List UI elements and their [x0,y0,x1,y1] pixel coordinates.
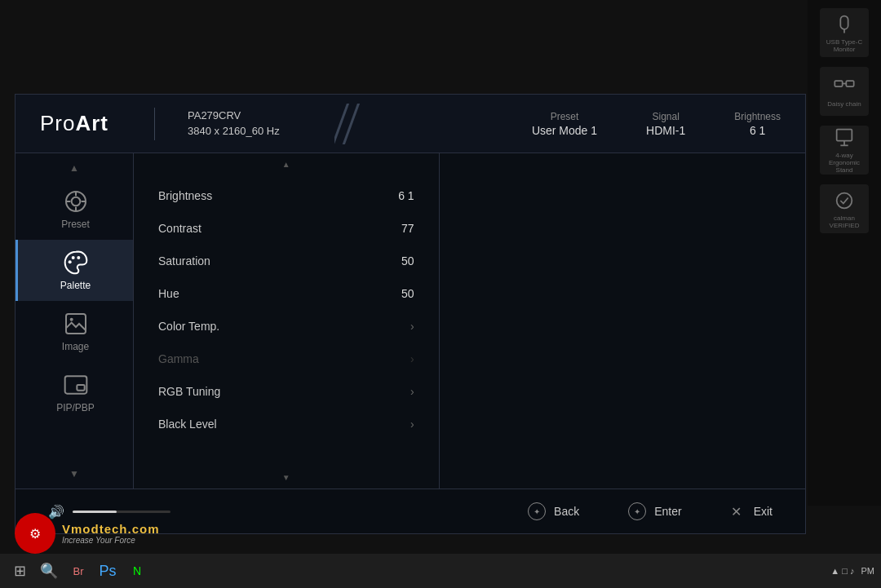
search-taskbar-icon[interactable]: 🔍 [36,558,62,584]
color-temp-label: Color Temp. [158,320,219,333]
menu-item-brightness[interactable]: Brightness 6 1 [134,179,439,212]
menu-item-color-temp[interactable]: Color Temp. › [134,310,439,343]
watermark: ⚙ Vmodtech.com Increase Your Force [15,513,160,554]
sidebar-item-preset[interactable]: Preset [15,179,133,240]
ergo-stand-icon: 4-way Ergonomic Stand [820,126,869,175]
exit-label: Exit [754,505,773,518]
svg-rect-3 [846,81,853,86]
svg-rect-0 [840,15,848,29]
hue-label: Hue [158,287,179,300]
menu-items-list: Brightness 6 1 Contrast 77 Saturation 50… [134,175,439,444]
menu-scroll-down[interactable]: ▼ [134,466,439,489]
svg-point-17 [77,256,80,259]
sidebar-item-pip-pbp[interactable]: PIP/PBP [15,362,133,423]
black-level-arrow: › [410,418,414,431]
palette-icon [63,250,89,276]
watermark-title: Vmodtech.com [62,522,160,536]
start-icon[interactable]: ⊞ [7,558,33,584]
enter-label: Enter [654,505,681,518]
svg-point-16 [71,256,74,259]
svg-rect-2 [835,81,842,86]
enter-icon: ✦ [628,502,646,520]
preset-icon [63,188,89,214]
sidebar-scroll-up[interactable]: ▲ [64,157,84,179]
sidebar-item-palette[interactable]: Palette [15,240,133,301]
main-menu-content: ▲ Brightness 6 1 Contrast 77 Saturation … [134,153,440,489]
preset-stat: Preset User Mode 1 [532,111,597,137]
menu-item-gamma[interactable]: Gamma › [134,343,439,375]
gamma-label: Gamma [158,352,199,365]
back-control[interactable]: ✦ Back [528,502,579,520]
taskbar-right: ▲ □ ♪ PM [830,566,874,576]
watermark-subtitle: Increase Your Force [62,536,160,545]
saturation-label: Saturation [158,254,210,267]
svg-point-8 [837,192,852,208]
pip-pbp-icon [63,372,89,398]
taskbar-icon-1[interactable]: Br [65,558,91,584]
taskbar-pm: PM [861,566,875,576]
diagonal-decoration [334,104,375,144]
calman-icon: calman VERIFIED [820,184,869,233]
svg-point-15 [68,260,71,263]
svg-point-19 [69,318,73,321]
back-label: Back [554,505,579,518]
brightness-stat: Brightness 6 1 [734,111,781,137]
sidebar-item-palette-label: Palette [60,280,91,291]
sidebar-item-image-label: Image [62,341,89,352]
monitor-info: PA279CRV 3840 x 2160_60 Hz [188,108,302,138]
brightness-label: Brightness [158,189,212,202]
black-level-label: Black Level [158,418,217,431]
menu-item-hue[interactable]: Hue 50 [134,277,439,310]
osd-container: ProArt PA279CRV 3840 x 2160_60 Hz Preset… [15,94,806,534]
menu-item-saturation[interactable]: Saturation 50 [134,245,439,277]
gamma-arrow: › [410,352,414,365]
taskbar-icon-2[interactable]: Ps [95,558,121,584]
daisy-chain-icon: Daisy chain [820,67,869,116]
saturation-value: 50 [401,254,414,267]
signal-stat: Signal HDMI-1 [646,111,685,137]
taskbar: ⊞ 🔍 Br Ps N ▲ □ ♪ PM [0,554,881,588]
menu-item-black-level[interactable]: Black Level › [134,408,439,440]
color-temp-arrow: › [410,320,414,333]
osd-header: ProArt PA279CRV 3840 x 2160_60 Hz Preset… [15,95,805,153]
contrast-label: Contrast [158,222,201,235]
menu-scroll-up[interactable]: ▲ [134,153,439,175]
osd-body: ▲ Preset [15,153,805,489]
taskbar-icon-3[interactable]: N [124,558,150,584]
sidebar-item-image[interactable]: Image [15,301,133,362]
rgb-tuning-arrow: › [410,385,414,398]
right-content-area [440,153,805,489]
monitor-model: PA279CRV [188,108,302,123]
image-icon [63,311,89,337]
menu-item-contrast[interactable]: Contrast 77 [134,212,439,245]
back-icon: ✦ [528,502,546,520]
exit-control[interactable]: ✕ Exit [731,504,773,519]
hue-value: 50 [401,287,414,300]
menu-item-rgb-tuning[interactable]: RGB Tuning › [134,375,439,408]
header-stats: Preset User Mode 1 Signal HDMI-1 Brightn… [532,111,781,137]
watermark-text: Vmodtech.com Increase Your Force [62,522,160,545]
svg-point-10 [71,197,80,206]
svg-rect-21 [77,385,84,391]
brightness-value: 6 1 [398,189,414,202]
enter-control[interactable]: ✦ Enter [628,502,681,520]
sidebar-item-preset-label: Preset [61,219,90,230]
header-divider [154,108,155,140]
sidebar-item-pip-pbp-label: PIP/PBP [56,402,95,413]
rgb-tuning-label: RGB Tuning [158,385,220,398]
svg-rect-18 [66,314,86,334]
sidebar-scroll-down[interactable]: ▼ [64,463,84,484]
brand-logo: ProArt [40,111,122,136]
taskbar-time: ▲ □ ♪ [830,566,854,576]
watermark-logo: ⚙ [15,513,55,554]
exit-icon: ✕ [731,504,742,519]
right-panel: USB Type-C Monitor Daisy chain 4-way Erg… [808,0,881,506]
contrast-value: 77 [401,222,414,235]
usb-c-icon: USB Type-C Monitor [820,8,869,57]
sidebar: ▲ Preset [15,153,134,489]
svg-rect-5 [837,130,852,141]
monitor-resolution: 3840 x 2160_60 Hz [188,124,302,139]
footer-controls: ✦ Back ✦ Enter ✕ Exit [528,502,773,520]
